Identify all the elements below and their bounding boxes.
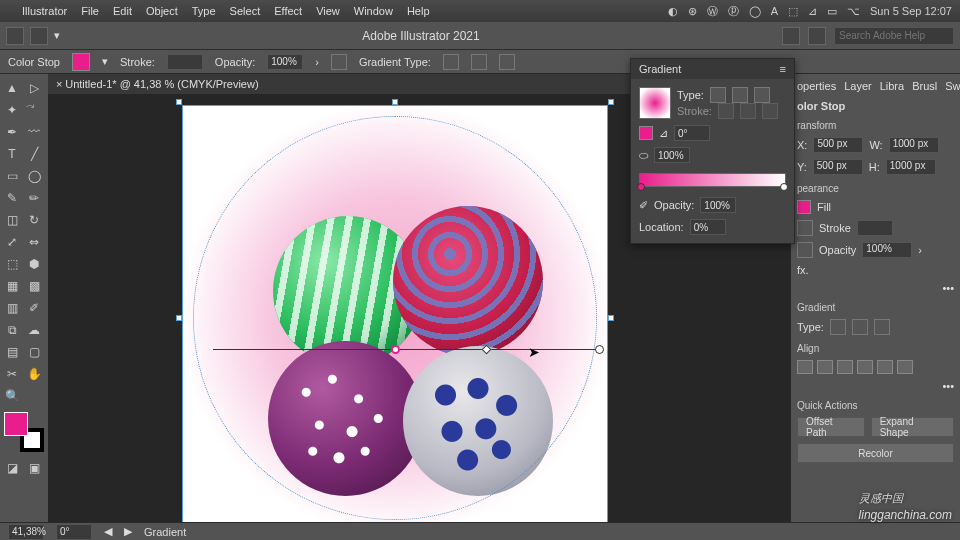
shape-builder-tool[interactable]: ⬢: [24, 254, 44, 274]
menu-file[interactable]: File: [81, 5, 99, 17]
color-stop-1[interactable]: [637, 183, 645, 191]
menu-edit[interactable]: Edit: [113, 5, 132, 17]
stop-swatch[interactable]: [639, 126, 653, 140]
h-input[interactable]: 1000 px: [886, 159, 936, 175]
freeform-icon[interactable]: [754, 87, 770, 103]
artboard[interactable]: ➤: [183, 106, 607, 522]
mesh-tool[interactable]: ▩: [24, 276, 44, 296]
tab-libraries[interactable]: Libra: [880, 80, 904, 92]
brush-tool[interactable]: ✎: [2, 188, 22, 208]
tab-properties[interactable]: operties: [797, 80, 836, 92]
screen-mode[interactable]: ▣: [24, 458, 44, 478]
graph-tool[interactable]: ▤: [2, 342, 22, 362]
more-icon[interactable]: •••: [797, 282, 954, 294]
freeform-grad-icon[interactable]: [499, 54, 515, 70]
home-icon[interactable]: [6, 27, 24, 45]
stop-opacity-input[interactable]: 100%: [700, 197, 736, 213]
curvature-tool[interactable]: 〰: [24, 122, 44, 142]
expand-shape-button[interactable]: Expand Shape: [871, 417, 954, 437]
menu-type[interactable]: Type: [192, 5, 216, 17]
zoom-tool[interactable]: 🔍: [2, 386, 22, 406]
workspace-icon[interactable]: [30, 27, 48, 45]
aspect-input[interactable]: 100%: [654, 147, 690, 163]
eyedropper-tool[interactable]: ✐: [24, 298, 44, 318]
stroke-weight[interactable]: [167, 54, 203, 70]
color-mode[interactable]: ◪: [2, 458, 22, 478]
tab-brushes[interactable]: Brusl: [912, 80, 937, 92]
fill-stroke-control[interactable]: [4, 412, 44, 452]
gradient-tool[interactable]: ▥: [2, 298, 22, 318]
search-input[interactable]: [834, 27, 954, 45]
gradient-slider[interactable]: [639, 173, 786, 187]
gradient-end-handle[interactable]: [595, 345, 604, 354]
free-transform-tool[interactable]: ⬚: [2, 254, 22, 274]
eyedropper-icon[interactable]: ✐: [639, 199, 648, 212]
tab-close-icon[interactable]: ×: [56, 78, 62, 90]
freeform-grad-icon[interactable]: [874, 319, 890, 335]
tab-swatches[interactable]: Swat: [945, 80, 960, 92]
handle[interactable]: [176, 315, 182, 321]
blend-tool[interactable]: ⧉: [2, 320, 22, 340]
angle-input[interactable]: 0°: [674, 125, 710, 141]
selection-tool[interactable]: ▲: [2, 78, 22, 98]
ellipse-tool[interactable]: ◯: [24, 166, 44, 186]
gradient-annotator[interactable]: [213, 349, 603, 350]
linear-icon[interactable]: [710, 87, 726, 103]
nav-prev-icon[interactable]: ◀: [104, 525, 112, 538]
menu-view[interactable]: View: [316, 5, 340, 17]
direct-selection-tool[interactable]: ▷: [24, 78, 44, 98]
menu-help[interactable]: Help: [407, 5, 430, 17]
arrange-icon[interactable]: [782, 27, 800, 45]
dropdown-icon[interactable]: ▾: [54, 29, 60, 42]
x-input[interactable]: 500 px: [813, 137, 863, 153]
chevron-icon[interactable]: ›: [315, 56, 319, 68]
menu-window[interactable]: Window: [354, 5, 393, 17]
offset-path-button[interactable]: Offset Path: [797, 417, 865, 437]
radial-grad-icon[interactable]: [471, 54, 487, 70]
rotate-field[interactable]: 0°: [56, 524, 92, 540]
grad-icon[interactable]: [331, 54, 347, 70]
eraser-tool[interactable]: ◫: [2, 210, 22, 230]
rotate-tool[interactable]: ↻: [24, 210, 44, 230]
lasso-tool[interactable]: ⃕: [24, 100, 44, 120]
align-top[interactable]: [857, 360, 873, 374]
magic-wand-tool[interactable]: ✦: [2, 100, 22, 120]
gradient-preview[interactable]: [639, 87, 671, 119]
fx-label[interactable]: fx.: [797, 264, 809, 276]
fill-swatch[interactable]: [797, 200, 811, 214]
width-tool[interactable]: ⇔: [24, 232, 44, 252]
opacity-field[interactable]: 100%: [267, 54, 303, 70]
more-icon[interactable]: •••: [797, 380, 954, 392]
tab-layers[interactable]: Layer: [844, 80, 872, 92]
opacity-icon[interactable]: [797, 242, 813, 258]
nav-next-icon[interactable]: ▶: [124, 525, 132, 538]
handle[interactable]: [392, 99, 398, 105]
menu-object[interactable]: Object: [146, 5, 178, 17]
gpu-icon[interactable]: [808, 27, 826, 45]
handle[interactable]: [608, 99, 614, 105]
align-left[interactable]: [797, 360, 813, 374]
dropdown-icon[interactable]: ▾: [102, 55, 108, 68]
align-vcenter[interactable]: [877, 360, 893, 374]
linear-grad-icon[interactable]: [443, 54, 459, 70]
chevron-icon[interactable]: ›: [918, 244, 922, 256]
pen-tool[interactable]: ✒: [2, 122, 22, 142]
linear-grad-icon[interactable]: [830, 319, 846, 335]
zoom-field[interactable]: 41,38%: [8, 524, 44, 540]
align-hcenter[interactable]: [817, 360, 833, 374]
hand-tool[interactable]: ✋: [24, 364, 44, 384]
align-right[interactable]: [837, 360, 853, 374]
line-tool[interactable]: ╱: [24, 144, 44, 164]
recolor-button[interactable]: Recolor: [797, 443, 954, 463]
w-input[interactable]: 1000 px: [889, 137, 939, 153]
slice-tool[interactable]: ✂: [2, 364, 22, 384]
fill-swatch[interactable]: [72, 53, 90, 71]
symbol-tool[interactable]: ☁: [24, 320, 44, 340]
perspective-tool[interactable]: ▦: [2, 276, 22, 296]
radial-grad-icon[interactable]: [852, 319, 868, 335]
stop-location-input[interactable]: 0%: [690, 219, 726, 235]
type-tool[interactable]: T: [2, 144, 22, 164]
shaper-tool[interactable]: ✏: [24, 188, 44, 208]
rectangle-tool[interactable]: ▭: [2, 166, 22, 186]
gradient-floating-panel[interactable]: Gradient ≡ Type: Stroke: ⊿0° ⬭100%: [630, 58, 795, 244]
